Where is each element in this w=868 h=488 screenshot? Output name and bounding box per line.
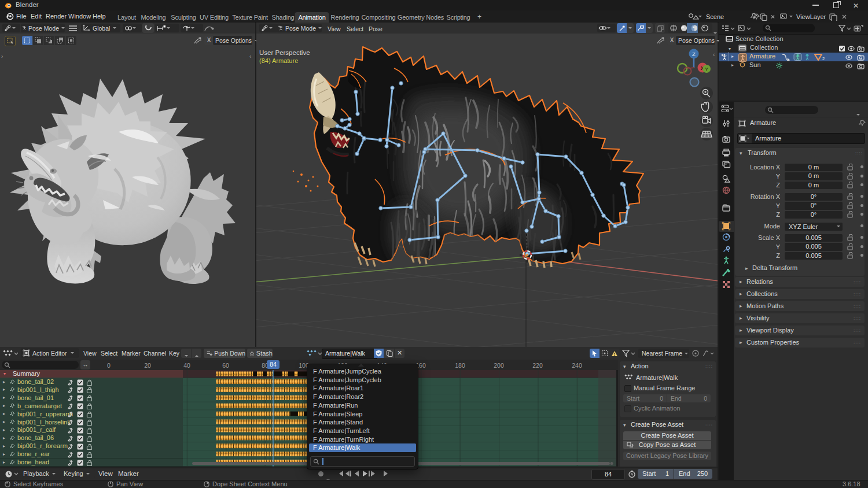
svg-text:‹: ‹ [713, 51, 715, 58]
svg-text:Z: Z [692, 51, 696, 57]
svg-text:(84) Armature: (84) Armature [259, 57, 298, 64]
svg-text:User Perspective: User Perspective [259, 49, 310, 56]
svg-text:2: 2 [822, 56, 825, 61]
svg-text:Y: Y [705, 66, 708, 72]
